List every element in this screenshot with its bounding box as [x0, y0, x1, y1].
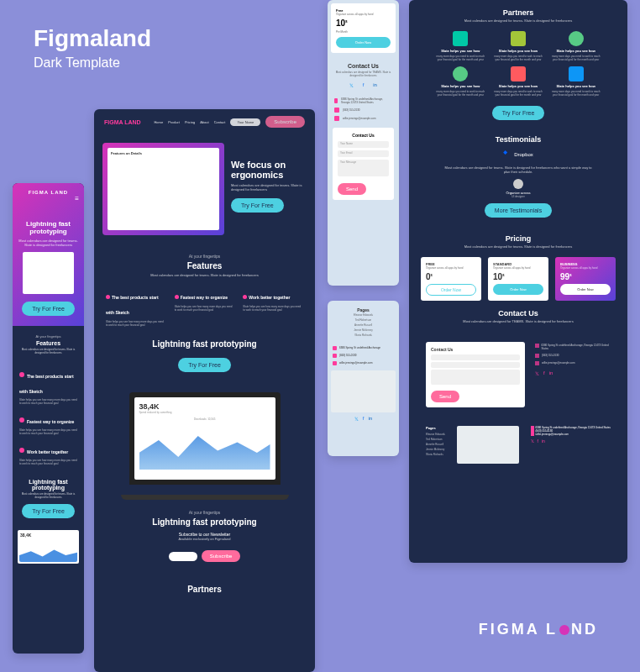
footer-link[interactable]: Jennie Mckinney: [426, 448, 445, 451]
partner-cell: Slate helps you see howmany more days yo…: [492, 66, 545, 97]
twitter-icon[interactable]: 𝕏: [535, 370, 539, 376]
more-button[interactable]: More Testimonials: [485, 203, 552, 218]
contact-phone: (843) 555-0130: [328, 106, 399, 114]
cta-button[interactable]: Try For Free: [492, 106, 545, 120]
appstore-icon: [569, 66, 584, 81]
testimonials-title: Testimonials: [417, 135, 619, 144]
subscribe-button[interactable]: Subscribe: [265, 116, 305, 128]
name-input[interactable]: [431, 354, 520, 360]
linkedin-icon[interactable]: in: [372, 82, 379, 89]
facebook-icon[interactable]: f: [543, 370, 545, 376]
preview-dark-right: Partners Most calendars are designed for…: [409, 0, 627, 563]
message-input[interactable]: Your Message: [338, 160, 389, 176]
twitter-icon[interactable]: 𝕏: [531, 438, 534, 444]
pricing-section: Pricing Most calendars are designed for …: [409, 226, 627, 257]
proto-sub: Most calendars are designed for teams. S…: [18, 492, 79, 499]
message-input[interactable]: [431, 370, 520, 385]
feature-title: Fastest way to organize: [27, 419, 74, 424]
footer-contact: 6386 Spring St undefined Anchorage, Geor…: [531, 426, 611, 464]
footer-link[interactable]: Gloria Richards: [426, 453, 445, 456]
newsletter-title: Lightning fast prototyping: [104, 517, 305, 527]
menu-icon[interactable]: ≡: [75, 195, 79, 202]
linkedin-icon[interactable]: in: [549, 370, 553, 376]
facebook-icon[interactable]: f: [363, 416, 365, 422]
feature-desc: Slate helps you see how many more days y…: [19, 428, 77, 435]
footer-title: Pages: [426, 426, 445, 430]
cta-button[interactable]: Try For Free: [231, 198, 284, 213]
dropbox-icon: [503, 150, 511, 159]
proto-section: Lightning fast prototyping Most calendar…: [13, 469, 84, 527]
send-button[interactable]: Send: [338, 183, 366, 195]
nav-about[interactable]: About: [200, 120, 208, 124]
partners-title: Partners: [417, 8, 619, 17]
feature-1: The best products start with Sketch Slat…: [106, 287, 166, 327]
feature-desc: Slate helps you see how many more days y…: [243, 305, 303, 312]
footer-link[interactable]: Ted Robertson: [426, 438, 445, 441]
social-icons: 𝕏 f in: [535, 370, 611, 376]
feature-desc: Slate helps you see how many more days y…: [19, 398, 77, 405]
email-input[interactable]: [169, 552, 198, 561]
cta-button[interactable]: Try For Free: [22, 302, 75, 316]
name-input[interactable]: Your Name: [338, 141, 389, 148]
twitter-icon[interactable]: 𝕏: [354, 416, 359, 422]
facebook-icon[interactable]: f: [538, 438, 538, 444]
footer-link[interactable]: Eleanor Edwards: [426, 433, 445, 436]
nav-links: Home Product Pricing About Contact Your …: [154, 116, 305, 128]
stat-value: 38,4K: [18, 530, 79, 540]
price-period: Per Month: [336, 30, 391, 34]
partners-section: Partners: [94, 572, 315, 606]
mail-icon: [333, 361, 337, 365]
order-button[interactable]: Order Now: [426, 284, 476, 296]
send-button[interactable]: Send: [431, 391, 459, 402]
order-button[interactable]: Order Now: [336, 37, 391, 48]
features-desc: Most calendars are designed for teams. S…: [104, 273, 305, 277]
features-sub: At your fingertips: [18, 334, 79, 339]
plan-desc: Organize across all apps by hand: [560, 266, 611, 270]
linkedin-icon[interactable]: in: [369, 416, 373, 422]
nav-home[interactable]: Home: [154, 120, 163, 124]
partner-title: Slate helps you see how: [549, 84, 602, 88]
page-link[interactable]: Gloria Richards: [333, 333, 394, 338]
email-input[interactable]: [431, 362, 520, 368]
partner-title: Slate helps you see how: [434, 49, 487, 53]
cta-button[interactable]: Try For Free: [178, 358, 231, 372]
pin-icon: [334, 98, 338, 103]
mail-icon: [535, 361, 539, 365]
footer-link[interactable]: Annette Russell: [426, 443, 445, 446]
contact-address: 6386 Spring St undefined Anchorage, Geor…: [328, 96, 399, 106]
partner-desc: many more days you need to work to reach…: [492, 55, 545, 61]
features-title: Features: [104, 261, 305, 270]
contact-sub: Most calendars are designed for TEAMS. S…: [417, 319, 619, 323]
price-value: 10$: [336, 18, 391, 28]
footer-pages: Pages Eleanor Edwards Ted Robertson Anne…: [426, 426, 445, 464]
feature-2: Fastest way to organize Slate helps you …: [175, 287, 235, 327]
pricing-sub: Most calendars are designed for teams. S…: [417, 244, 619, 249]
pin-icon: [535, 344, 539, 348]
social-icons: 𝕏 f in: [328, 416, 399, 422]
mobile-hero: FIGMA LAND ≡ Lightning fast prototyping …: [13, 183, 84, 326]
order-button[interactable]: Order Now: [493, 284, 543, 295]
features-title: Features: [18, 340, 79, 346]
pricing-box: Free Organize across all apps by hand 10…: [331, 3, 396, 53]
bullet-icon: [19, 448, 24, 453]
order-button[interactable]: Order Now: [560, 284, 611, 295]
partner-title: Slate helps you see how: [434, 84, 487, 88]
email-input[interactable]: Your Email: [338, 150, 389, 157]
bullet-icon: [106, 295, 110, 299]
nav-pricing[interactable]: Pricing: [185, 120, 195, 124]
features-sub: At your fingertips: [104, 254, 305, 259]
twitter-icon[interactable]: 𝕏: [349, 82, 355, 89]
nav-product[interactable]: Product: [168, 120, 180, 124]
subscribe-button[interactable]: Subscribe: [202, 550, 241, 562]
facebook-icon[interactable]: f: [360, 82, 367, 89]
newsletter-section: At your fingertips Lightning fast protot…: [94, 500, 315, 572]
mail-icon: [531, 433, 534, 436]
pricing-grid: FREE Organize across all apps by hand 0$…: [409, 257, 627, 301]
name-input[interactable]: Your Name: [230, 118, 260, 126]
nav-contact[interactable]: Contact: [214, 120, 226, 124]
plan-price: 0$: [426, 272, 476, 281]
cta-button[interactable]: Try For Free: [22, 504, 75, 518]
linkedin-icon[interactable]: in: [542, 438, 545, 444]
pin-icon: [333, 346, 337, 350]
testimonials-section: Testimonials Dropbox Most calendars are …: [409, 127, 627, 226]
